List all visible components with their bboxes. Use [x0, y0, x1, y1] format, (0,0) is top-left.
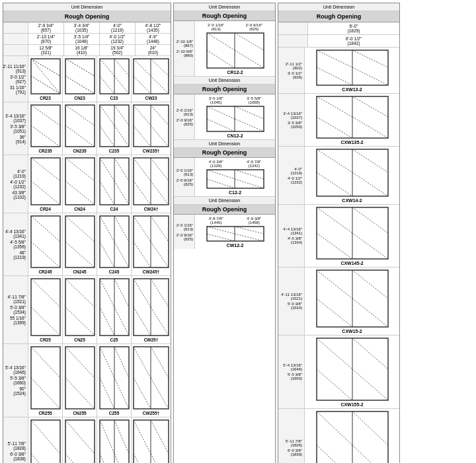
unob-col-2: 16 1/8" (410)	[64, 45, 100, 55]
svg-line-148	[207, 234, 235, 241]
rough-dim-col-3: 4'-0 1/2" (1232)	[100, 34, 136, 44]
svg-line-144	[235, 179, 264, 188]
svg-rect-22	[65, 105, 95, 147]
table-row: 4'-0" (1219) 4'-0 1/2" (1232) 43 3/8" (1…	[3, 155, 171, 213]
right-side-CXW13-2: 2'-11 1/2" (902) 3'-0 1/2" (926)	[278, 48, 305, 93]
right-win-CXW13-2: CXW13-2	[305, 48, 399, 93]
svg-line-3	[31, 59, 60, 94]
svg-line-135	[207, 106, 235, 119]
svg-line-75	[31, 307, 60, 336]
window-CN235: CN235	[63, 102, 97, 155]
mid-rough-open-3: Rough Opening	[174, 148, 275, 158]
mid-unit-dim-4: Unit Dimension	[174, 197, 275, 205]
window-CR255: CR255	[28, 344, 63, 417]
mid-block-C12-2: Unit Dimension Rough Opening 2'-0 1/16" …	[174, 140, 275, 197]
svg-line-65	[114, 216, 129, 242]
svg-rect-55	[31, 216, 60, 267]
svg-line-189	[317, 411, 352, 445]
window-CW24: CW24†	[132, 155, 171, 213]
svg-line-10	[100, 76, 114, 94]
mid-side-3: 2'-0 1/16" (613) 2'-0 9/16" (625)	[174, 158, 195, 196]
svg-line-2	[31, 76, 60, 94]
left-top-dims-row: 2'-9 3/4" (857) 3'-4 3/4" (1035) 4'-0" (…	[3, 22, 171, 34]
svg-line-162	[352, 117, 388, 138]
mid-win-area-1: 2'-0 1/16" (613) 2'-0 9/16" (625)	[195, 21, 275, 76]
right-side-CXW155-2: 5'-4 13/16" (1646) 5'-5 3/8" (1650)	[278, 336, 305, 408]
svg-line-47	[114, 158, 129, 181]
svg-rect-76	[65, 279, 95, 336]
unob-col-1: 12 5/8" (321)	[28, 45, 64, 55]
left-unit-dim-label: Unit Dimension	[3, 3, 171, 11]
svg-line-156	[352, 67, 388, 85]
svg-line-11	[114, 59, 129, 76]
svg-line-106	[134, 378, 151, 409]
window-CN23: CN23	[63, 56, 97, 102]
window-C23: C23	[97, 56, 132, 102]
svg-line-184	[317, 369, 352, 400]
svg-line-185	[352, 338, 388, 369]
top-dim-col-4: 4'-8 1/2" (1435)	[136, 22, 171, 33]
window-CR245: CR245	[28, 213, 63, 275]
svg-line-186	[352, 369, 388, 400]
svg-line-24	[65, 125, 95, 147]
window-CN26: CN26	[63, 417, 97, 463]
mid-side-2: 2'-0 1/16" (613) 2'-0 9/16" (625)	[174, 94, 195, 139]
right-side-CXW16-2: 5'-11 7/8" (1826) 6'-0 3/8" (1839)	[278, 409, 305, 463]
window-CW26: CW26†	[132, 417, 171, 463]
mid-block-CN12-2: Unit Dimension Rough Opening 2'-0 1/16" …	[174, 77, 275, 140]
svg-line-12	[114, 76, 129, 94]
svg-line-70	[134, 242, 151, 267]
svg-line-90	[151, 307, 169, 336]
mid-side-1: 2'-10 1/8" (867) 2'-10 5/8" (880)	[174, 21, 195, 76]
svg-rect-40	[65, 158, 95, 205]
window-CW235: CW235†	[132, 102, 171, 155]
svg-line-82	[100, 307, 114, 336]
svg-line-101	[114, 347, 129, 378]
svg-line-34	[134, 125, 151, 147]
svg-rect-112	[65, 420, 95, 463]
svg-line-35	[151, 105, 169, 125]
svg-line-123	[134, 420, 151, 454]
right-top-dims-header: 6'-0" (1829)	[278, 22, 399, 35]
right-row-CXW145-2: 4'-4 13/16" (1341) 4'-5 3/8" (1334) CXW1…	[278, 205, 399, 267]
svg-line-29	[114, 105, 129, 125]
mid-rough-open-4: Rough Opening	[174, 205, 275, 215]
svg-line-149	[235, 227, 264, 234]
svg-line-96	[65, 378, 95, 409]
svg-line-126	[151, 454, 169, 463]
svg-rect-94	[65, 347, 95, 409]
svg-line-177	[317, 270, 352, 299]
table-row: 4'-4 13/16" (1341) 4'-5 5/8" (1356) 48" …	[3, 213, 171, 276]
mid-win-area-3: 4'-0 3/8" (1229) 4'-0 7/8" (1242)	[195, 158, 275, 196]
svg-line-165	[317, 149, 352, 172]
svg-line-99	[100, 347, 114, 378]
svg-line-56	[31, 216, 60, 242]
svg-line-159	[317, 96, 352, 117]
svg-line-1	[31, 59, 60, 76]
svg-line-39	[31, 181, 60, 205]
middle-section: Unit Dimension Rough Opening 2'-10 1/8" …	[173, 3, 276, 463]
svg-line-110	[31, 420, 60, 454]
svg-line-147	[207, 227, 235, 234]
right-win-CXW145-2: CXW145-2	[305, 205, 399, 267]
svg-line-130	[207, 50, 235, 68]
top-dim-col-3: 4'-0" (1219)	[100, 22, 136, 33]
svg-line-46	[100, 181, 114, 205]
svg-line-83	[114, 279, 129, 307]
svg-line-51	[134, 158, 151, 181]
svg-line-166	[317, 172, 352, 196]
right-win-CXW155-2: CXW155-2	[305, 336, 399, 408]
svg-line-27	[100, 105, 114, 125]
side-dims-row5: 4'-11 7/8" (1521) 5'-0 3/8" (1534) 55 1/…	[3, 276, 28, 343]
right-row-CXW14-2: 4'-0" (1219) 4'-0 1/2" (1232) CXW14-2	[278, 147, 399, 205]
window-CR26: CR26	[28, 417, 63, 463]
svg-rect-4	[65, 59, 95, 94]
svg-line-120	[114, 454, 129, 463]
window-CR25: CR25	[28, 276, 63, 343]
svg-line-21	[31, 125, 60, 147]
svg-line-124	[134, 454, 151, 463]
svg-line-45	[100, 158, 114, 181]
svg-line-66	[114, 242, 129, 267]
svg-line-138	[235, 119, 264, 131]
right-win-CXW135-2: CXW135-2	[305, 94, 399, 146]
